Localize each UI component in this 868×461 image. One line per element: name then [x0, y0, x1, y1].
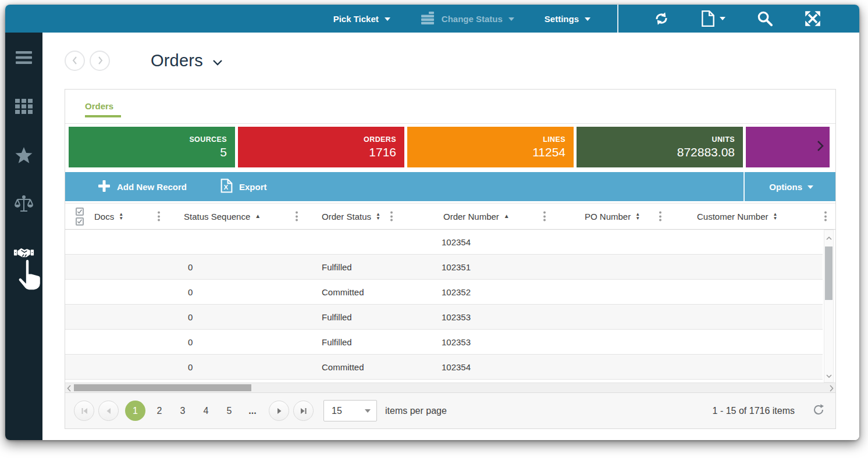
column-label: Docs	[94, 212, 114, 221]
sort-indicator-icon	[376, 212, 380, 220]
column-menu-icon[interactable]	[657, 210, 663, 223]
page-title: Orders	[151, 51, 203, 70]
back-button[interactable]	[65, 51, 85, 71]
new-document-icon[interactable]	[701, 10, 725, 27]
page-ellipsis[interactable]: ...	[241, 406, 264, 416]
export-label: Export	[239, 182, 267, 192]
cell-order-number: 102352	[401, 280, 554, 304]
column-menu-icon[interactable]	[389, 210, 394, 223]
scales-icon[interactable]	[13, 194, 34, 214]
topbar-divider	[617, 5, 618, 33]
cell-order-status: Fulfilled	[307, 255, 401, 279]
column-header-docs[interactable]: Docs	[88, 203, 169, 229]
first-page-button[interactable]	[74, 401, 94, 421]
forward-button[interactable]	[90, 51, 110, 71]
summary-cards: SOURCES 5 ORDERS 1716 LINES 11254 UNITS …	[65, 124, 835, 167]
horizontal-scroll-thumb[interactable]	[74, 384, 251, 391]
page-number-1[interactable]: 1	[125, 401, 145, 421]
column-header-order-status[interactable]: Order Status	[307, 203, 401, 229]
options-button[interactable]: Options	[745, 182, 835, 192]
select-all-checkbox[interactable]	[76, 208, 84, 216]
change-status-label: Change Status	[442, 14, 503, 24]
scroll-up-icon[interactable]	[826, 230, 832, 244]
card-label: LINES	[543, 135, 565, 144]
table-row[interactable]: 102354	[65, 230, 823, 255]
table-row[interactable]: 0 Fulfilled 102351	[65, 255, 823, 280]
chevron-right-icon	[817, 140, 824, 154]
cell-order-status	[307, 230, 401, 254]
page-number-3[interactable]: 3	[171, 406, 194, 416]
table-row[interactable]: 0 Committed 102352	[65, 280, 823, 305]
export-button[interactable]: X Export	[220, 178, 267, 195]
excel-export-icon: X	[220, 178, 233, 195]
handshake-icon[interactable]	[13, 243, 34, 263]
column-menu-icon[interactable]	[294, 210, 300, 223]
last-page-button[interactable]	[293, 401, 314, 421]
select-all-column-header	[65, 203, 88, 229]
favorites-star-icon[interactable]	[13, 145, 34, 165]
column-menu-icon[interactable]	[823, 210, 828, 223]
menu-pick-ticket[interactable]: Pick Ticket	[333, 14, 390, 24]
scroll-left-icon[interactable]	[67, 384, 71, 394]
column-header-status-sequence[interactable]: Status Sequence	[169, 203, 307, 229]
summary-card-units[interactable]: UNITS 872883.08	[577, 127, 743, 167]
vertical-scroll-thumb[interactable]	[825, 246, 833, 300]
apps-grid-icon[interactable]	[13, 97, 34, 116]
page-title-chevron-down-icon[interactable]	[212, 58, 223, 68]
table-row[interactable]: 0 Committed 102354	[65, 355, 823, 380]
next-page-button[interactable]	[269, 401, 289, 421]
menu-settings[interactable]: Settings	[545, 14, 590, 24]
page-size-select[interactable]: 15	[323, 400, 377, 421]
column-menu-icon[interactable]	[542, 210, 547, 223]
cell-status-sequence: 0	[169, 305, 307, 329]
summary-card-lines[interactable]: LINES 11254	[407, 127, 574, 167]
cell-status-sequence: 0	[169, 355, 307, 379]
card-label: SOURCES	[189, 135, 227, 144]
pager-refresh-icon[interactable]	[812, 403, 825, 419]
menu-icon[interactable]	[13, 48, 34, 67]
card-label: ORDERS	[364, 135, 396, 144]
refresh-icon[interactable]	[653, 12, 670, 26]
tab-orders[interactable]: Orders	[85, 101, 121, 117]
page-number-4[interactable]: 4	[194, 406, 218, 416]
column-header-po-number[interactable]: PO Number	[554, 203, 670, 229]
pager: 1 2 3 4 5 ... 15 items	[65, 392, 835, 428]
tab-strip: Orders	[65, 90, 835, 124]
chevron-down-icon	[720, 17, 725, 20]
settings-label: Settings	[545, 14, 579, 24]
cell-order-status: Fulfilled	[307, 330, 401, 354]
column-header-customer-number[interactable]: Customer Number	[670, 203, 835, 229]
page-number-5[interactable]: 5	[218, 406, 241, 416]
left-sidebar	[5, 33, 42, 440]
add-new-record-button[interactable]: Add New Record	[98, 180, 187, 194]
items-per-page-label: items per page	[385, 406, 447, 416]
summary-card-orders[interactable]: ORDERS 1716	[238, 127, 404, 167]
card-value: 11254	[532, 145, 565, 159]
expand-fullscreen-icon[interactable]	[805, 10, 821, 27]
table-row[interactable]: 0 Fulfilled 102353	[65, 330, 823, 355]
app-window: Pick Ticket Change Status Settings	[5, 5, 859, 440]
summary-card-sources[interactable]: SOURCES 5	[69, 127, 235, 167]
svg-text:X: X	[224, 184, 229, 191]
scroll-down-icon[interactable]	[826, 368, 832, 382]
menu-change-status[interactable]: Change Status	[421, 12, 514, 26]
change-status-icon	[421, 12, 436, 26]
cell-order-number: 102354	[401, 355, 554, 379]
top-menu-bar: Pick Ticket Change Status Settings	[5, 5, 859, 33]
grid-toolbar: Add New Record X Export Options	[65, 172, 835, 201]
scroll-right-icon[interactable]	[830, 384, 834, 394]
cell-order-number: 102353	[401, 305, 554, 329]
page-number-2[interactable]: 2	[148, 406, 171, 416]
horizontal-scrollbar[interactable]	[65, 383, 835, 392]
vertical-scrollbar[interactable]	[824, 230, 834, 383]
chevron-down-icon	[385, 17, 390, 21]
search-icon[interactable]	[757, 10, 773, 27]
table-row[interactable]: 0 Fulfilled 102353	[65, 305, 823, 330]
chevron-down-icon	[508, 17, 514, 21]
select-all-checkbox-secondary[interactable]	[76, 217, 84, 226]
column-header-order-number[interactable]: Order Number	[401, 203, 554, 229]
column-menu-icon[interactable]	[156, 210, 162, 223]
card-value: 5	[220, 145, 227, 159]
previous-page-button[interactable]	[98, 401, 119, 421]
summary-card-next[interactable]	[746, 127, 830, 167]
